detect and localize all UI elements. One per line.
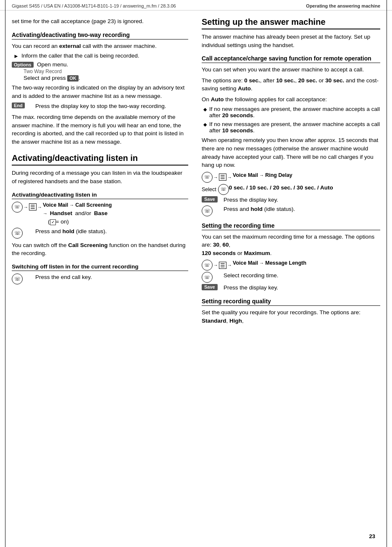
arrow1: → xyxy=(24,205,28,210)
intro-text: set time for the call acceptance (page 2… xyxy=(12,17,188,26)
checkbox-icon: ✓ xyxy=(50,219,56,225)
two-way-recording-desc: The two-way recording is indicated on th… xyxy=(12,84,188,100)
save-row: Save Press the display key. xyxy=(202,196,380,204)
select-row: Select ☏ 0 sec. / 10 sec. / 20 sec. / 30… xyxy=(202,184,380,195)
options-list: The options are: 0 sec., after 10 sec., … xyxy=(202,76,380,93)
end-button: End xyxy=(12,103,25,108)
menu-icon: ☰ xyxy=(29,203,37,210)
diamond-icon-1: ◆ xyxy=(203,107,207,112)
menu-icon-r: ☰ xyxy=(219,174,226,181)
section-two-way-p1: You can record an external call with the… xyxy=(12,42,188,50)
msg-length-phone-icon: ☏ xyxy=(202,260,213,271)
menu-icon-ml: ☰ xyxy=(219,262,226,269)
columns: set time for the call acceptance (page 2… xyxy=(0,11,392,336)
page-mark-left xyxy=(5,0,5,547)
arrow-icon: ► xyxy=(13,53,19,59)
on-auto-note: On Auto the following applies for call a… xyxy=(202,95,380,104)
left-column: set time for the call acceptance (page 2… xyxy=(12,17,188,327)
listen-in-nav-row: ☏ → ☰ → Voice Mail → Call Screening → Ha… xyxy=(12,202,188,226)
right-column: Setting up the answer machine The answer… xyxy=(202,17,380,327)
arrow-ml2: → xyxy=(227,263,232,268)
setup-desc: The answer machine has already been pres… xyxy=(202,33,380,49)
nav-path-listen: Voice Mail → Call Screening xyxy=(43,202,188,209)
bullet-10sec: ◆ If no new messages are present, the an… xyxy=(203,121,380,134)
select-recording-icon: ☏ xyxy=(202,272,213,283)
recording-time-heading: Setting the recording time xyxy=(202,222,380,230)
arrow-r1: → xyxy=(213,175,218,180)
options-button: Options xyxy=(12,62,34,68)
bullet-inform-caller: ► Inform the caller that the call is bei… xyxy=(13,53,188,59)
phone-hold-row: ☏ Press and hold (idle status). xyxy=(12,228,188,239)
recording-quality-heading: Setting recording quality xyxy=(202,298,380,306)
page-header: Gigaset S455 / USA EN / A31008-M1714-B10… xyxy=(0,0,392,11)
arrow-ml1: → xyxy=(213,263,218,268)
nav-path-message-length: Voice Mail → Message Length xyxy=(233,260,380,267)
end-call-icon: ☏ xyxy=(12,274,23,284)
two-way-record-label: Two Way Record xyxy=(24,68,188,74)
switching-off-heading: Switching off listen in for the current … xyxy=(12,263,188,271)
select-label: Select xyxy=(202,187,216,192)
message-length-nav-row: ☏ → ☰ → Voice Mail → Message Length xyxy=(202,260,380,271)
record-action-row: Select and press OK. xyxy=(24,75,188,82)
page-mark-right xyxy=(387,0,387,547)
save-row-2: Save Press the display key. xyxy=(202,284,380,292)
recording-time-note: The max. recording time depends on the a… xyxy=(12,113,188,146)
listen-in-desc: During recording of a message you can li… xyxy=(12,169,188,185)
ok-button: OK xyxy=(67,75,79,82)
phone-hold-icon-right: ☏ xyxy=(202,205,213,216)
end-call-row: ☏ Press the end call key. xyxy=(12,274,188,284)
phone-hold-row-right: ☏ Press and hold (idle status). xyxy=(202,205,380,216)
call-acceptance-heading: Call acceptance/charge saving function f… xyxy=(202,55,380,63)
section-two-way-heading: Activating/deactivating two-way recordin… xyxy=(12,32,188,39)
save-button-2: Save xyxy=(202,284,218,290)
select-recording-row: ☏ Select recording time. xyxy=(202,272,380,283)
call-screening-note: You can switch off the Call Screening fu… xyxy=(12,241,188,258)
setup-answer-machine-heading: Setting up the answer machine xyxy=(202,17,380,29)
call-acceptance-p2: You can set when you want the answer mac… xyxy=(202,66,380,74)
page: Gigaset S455 / USA EN / A31008-M1714-B10… xyxy=(0,0,392,547)
phone-hold-icon: ☏ xyxy=(12,228,23,239)
listen-in-sub-heading: Activating/deactivating listen in xyxy=(12,192,188,199)
recording-quality-desc: Set the quality you require for your rec… xyxy=(202,308,380,325)
recording-time-desc: You can set the maximum recording time f… xyxy=(202,233,380,258)
ring-delay-phone-icon: ☏ xyxy=(202,172,213,183)
header-right: Operating the answering machine xyxy=(306,3,380,8)
diamond-icon-2: ◆ xyxy=(203,122,207,127)
header-left: Gigaset S455 / USA EN / A31008-M1714-B10… xyxy=(12,3,176,8)
save-button: Save xyxy=(202,196,218,202)
page-number: 23 xyxy=(369,533,375,539)
select-phone-icon: ☏ xyxy=(218,184,229,195)
listen-in-large-heading: Activating/deactivating listen in xyxy=(12,153,188,166)
arrow3: → xyxy=(43,211,47,216)
arrow-r2: → xyxy=(227,175,232,180)
ring-delay-nav-row: ☏ → ☰ → Voice Mail → Ring Delay xyxy=(202,172,380,183)
options-row: Options Open menu. xyxy=(12,61,188,68)
nav-path-ring-delay: Voice Mail → Ring Delay xyxy=(233,172,380,179)
arrow2: → xyxy=(37,205,42,210)
bullet-20sec: ◆ If no new messages are present, the an… xyxy=(203,106,380,118)
end-row: End Press the display key to stop the tw… xyxy=(12,103,188,110)
remote-operating-note: When operating remotely you then know af… xyxy=(202,136,380,169)
handset-nav-icon: ☏ xyxy=(12,202,23,213)
